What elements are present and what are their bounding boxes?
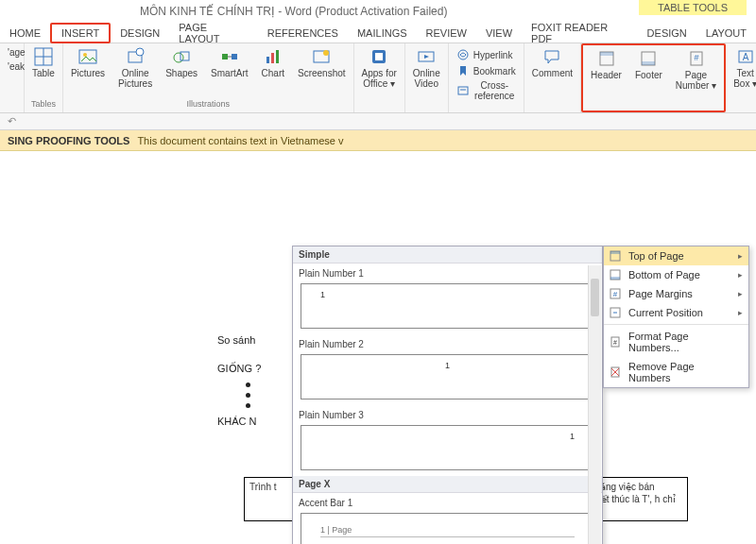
crossref-icon — [456, 84, 470, 97]
smartart-button[interactable]: SmartArt — [207, 45, 251, 80]
gallery-preview-1[interactable]: 1 — [301, 283, 594, 329]
svg-point-6 — [136, 48, 144, 56]
page-number-gallery: Simple Plain Number 1 1 Plain Number 2 1… — [292, 246, 603, 544]
svg-rect-8 — [180, 52, 189, 60]
margins-icon: # — [609, 287, 622, 300]
position-icon — [609, 306, 622, 319]
apps-icon — [369, 47, 388, 66]
textbox-icon: A — [736, 47, 755, 66]
svg-rect-38 — [610, 277, 620, 280]
document-area: So sánh GIỐNG ? KHÁC N Trình t bằng việc… — [0, 151, 756, 544]
shapes-icon — [172, 47, 191, 66]
menu-current-position[interactable]: Current Position▸ — [604, 303, 748, 322]
gallery-scrollbar[interactable] — [588, 265, 601, 544]
menu-bottom-of-page[interactable]: Bottom of Page▸ — [604, 265, 748, 284]
table-tools-label: TABLE TOOLS — [639, 0, 747, 15]
group-comments: Comment — [524, 43, 581, 112]
screenshot-icon — [312, 47, 331, 66]
tab-home[interactable]: HOME — [0, 25, 50, 42]
bullet-icon — [246, 393, 250, 398]
page-number-button[interactable]: #Page Number ▾ — [672, 47, 720, 93]
svg-text:A: A — [742, 52, 748, 62]
svg-point-16 — [323, 50, 329, 56]
tab-insert[interactable]: INSERT — [50, 23, 111, 43]
tab-foxit[interactable]: FOXIT READER PDF — [522, 19, 638, 47]
remove-icon — [609, 366, 622, 379]
group-apps: Apps for Office ▾ — [354, 43, 405, 112]
undo-icon[interactable]: ↶ — [8, 115, 16, 128]
svg-rect-26 — [642, 61, 655, 65]
quick-access-bar: ↶ — [0, 113, 756, 130]
menu-remove-numbers[interactable]: Remove Page Numbers — [604, 357, 748, 387]
apps-button[interactable]: Apps for Office ▾ — [358, 45, 401, 91]
tab-references[interactable]: REFERENCES — [258, 25, 348, 42]
tab-page-layout[interactable]: PAGE LAYOUT — [169, 19, 257, 47]
footer-button[interactable]: Footer — [631, 47, 666, 82]
gallery-preview-2[interactable]: 1 — [301, 354, 594, 400]
online-pictures-button[interactable]: Online Pictures — [114, 45, 156, 91]
bottom-page-icon — [609, 268, 622, 281]
gallery-option-label: Accent Bar 1 — [293, 493, 602, 511]
svg-rect-13 — [271, 53, 274, 63]
svg-text:#: # — [613, 290, 618, 298]
tab-design[interactable]: DESIGN — [111, 25, 169, 42]
gallery-option-label: Plain Number 2 — [293, 334, 602, 352]
format-icon: # — [609, 335, 622, 348]
hyperlink-button[interactable]: Hyperlink — [453, 47, 520, 62]
tab-view[interactable]: VIEW — [476, 25, 522, 42]
tab-table-layout[interactable]: LAYOUT — [696, 25, 756, 42]
cross-ref-button[interactable]: Cross-reference — [453, 79, 520, 102]
chart-button[interactable]: Chart — [258, 45, 288, 80]
comment-button[interactable]: Comment — [528, 45, 576, 80]
header-icon — [597, 49, 616, 68]
tab-table-design[interactable]: DESIGN — [638, 25, 696, 42]
group-links: Hyperlink Bookmark Cross-reference — [449, 43, 524, 112]
menu-format-numbers[interactable]: #Format Page Numbers... — [604, 327, 748, 357]
bookmark-button[interactable]: Bookmark — [453, 63, 520, 78]
svg-point-4 — [83, 53, 87, 57]
menu-top-of-page[interactable]: Top of Page▸ — [604, 246, 748, 265]
gallery-category: Simple — [293, 246, 602, 264]
group-tables: Table Tables — [25, 43, 63, 112]
svg-rect-18 — [375, 53, 383, 60]
tab-review[interactable]: REVIEW — [417, 25, 476, 42]
smartart-icon — [220, 47, 239, 66]
pictures-button[interactable]: Pictures — [67, 45, 109, 80]
screenshot-button[interactable]: Screenshot — [294, 45, 350, 80]
gallery-category: Page X — [293, 476, 602, 493]
top-page-icon — [609, 249, 622, 263]
group-illustrations: Pictures Online Pictures Shapes SmartArt… — [63, 43, 354, 112]
text-box-button[interactable]: AText Box ▾ — [730, 45, 756, 91]
group-label-tables: Tables — [28, 99, 59, 110]
title-bar: MÔN KINH TẾ CHÍNH TRỊ - Word (Product Ac… — [0, 0, 756, 23]
group-text: AText Box ▾ Quick Parts ▾ AWordArt — [726, 43, 756, 112]
online-video-button[interactable]: Online Video — [409, 45, 444, 91]
svg-rect-14 — [276, 50, 279, 63]
window-title: MÔN KINH TẾ CHÍNH TRỊ - Word (Product Ac… — [140, 5, 447, 18]
svg-rect-21 — [458, 87, 468, 94]
gallery-preview-3[interactable]: 1 — [301, 425, 594, 470]
chart-icon — [264, 47, 283, 66]
bookmark-icon — [456, 64, 470, 77]
ribbon: 'age 'eak Table Tables Pictures Online P… — [0, 43, 756, 113]
svg-rect-12 — [266, 57, 269, 63]
svg-text:#: # — [694, 53, 698, 62]
table-button[interactable]: Table — [28, 45, 59, 80]
header-button[interactable]: Header — [587, 47, 626, 82]
hyperlink-icon — [456, 48, 470, 61]
gallery-preview-4[interactable]: 1 | Page — [301, 513, 594, 544]
ribbon-tabs: HOME INSERT DESIGN PAGE LAYOUT REFERENCE… — [0, 23, 756, 43]
pagenum-icon: # — [687, 49, 706, 68]
pictures-icon — [78, 47, 97, 66]
tab-mailings[interactable]: MAILINGS — [348, 25, 417, 42]
msgbar-title: SING PROOFING TOOLS — [8, 135, 129, 146]
gallery-option-label: Plain Number 3 — [293, 405, 602, 423]
menu-page-margins[interactable]: #Page Margins▸ — [604, 284, 748, 303]
proofing-message-bar: SING PROOFING TOOLS This document contai… — [0, 130, 756, 151]
svg-rect-10 — [232, 54, 237, 60]
shapes-button[interactable]: Shapes — [162, 45, 201, 80]
svg-rect-36 — [610, 251, 620, 254]
group-pages: 'age 'eak — [0, 43, 25, 112]
svg-text:#: # — [613, 339, 617, 346]
gallery-option-label: Plain Number 1 — [293, 264, 602, 281]
